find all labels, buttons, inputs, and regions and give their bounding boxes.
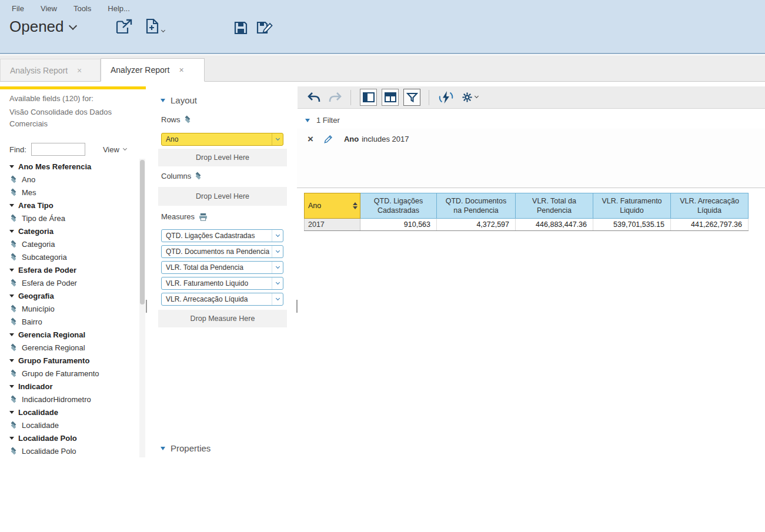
refresh-icon [438, 91, 454, 104]
measure-chip-label: QTD. Ligações Cadastradas [162, 232, 272, 240]
filter-field-name: Ano [344, 135, 359, 143]
chip-menu-button[interactable] [272, 277, 283, 289]
field-group[interactable]: Geografia [0, 289, 139, 302]
layout-title: Layout [171, 95, 197, 105]
measure-chip[interactable]: VLR. Arrecacação Líquida [161, 293, 283, 306]
field-group[interactable]: Localidade Polo [0, 431, 139, 444]
measure-chip[interactable]: QTD. Documentos na Pendencia [161, 245, 283, 258]
level-icon [11, 344, 18, 352]
collapse-icon [9, 385, 14, 388]
measures-drop-zone[interactable]: Drop Measure Here [158, 310, 287, 327]
save-button[interactable] [234, 21, 248, 35]
chip-menu-button[interactable] [272, 293, 283, 305]
tab-analyzer-report[interactable]: Analyzer Report × [101, 58, 205, 82]
remove-filter-icon[interactable]: × [308, 135, 313, 143]
measure-column-header[interactable]: QTD. Ligações Cadastradas [360, 193, 437, 219]
chip-menu-button[interactable] [272, 230, 283, 242]
pivot-table: Ano QTD. Ligações Cadastradas QTD. Docum… [304, 193, 749, 231]
chip-menu-button[interactable] [272, 133, 283, 145]
chevron-down-icon [275, 264, 279, 268]
measures-label: Measures [161, 212, 208, 221]
field-item[interactable]: Subcategoria [0, 250, 139, 263]
field-item[interactable]: Mes [0, 186, 139, 199]
field-group[interactable]: Gerencia Regional [0, 328, 139, 341]
view-dropdown[interactable]: View [103, 145, 126, 154]
field-group[interactable]: Grupo Faturamento [0, 354, 139, 367]
field-group[interactable]: Localidade [0, 406, 139, 419]
field-item[interactable]: Município [0, 302, 139, 315]
field-group[interactable]: Indicador [0, 380, 139, 393]
chip-menu-button[interactable] [272, 262, 283, 273]
open-file-button[interactable] [115, 19, 133, 35]
level-icon [11, 421, 18, 429]
field-item-label: Município [22, 305, 55, 313]
view-table-button[interactable] [360, 89, 377, 106]
measure-chip[interactable]: VLR. Total da Pendencia [161, 261, 283, 274]
chip-menu-button[interactable] [272, 246, 283, 257]
field-item[interactable]: Bairro [0, 315, 139, 328]
collapse-icon [161, 447, 165, 450]
field-item[interactable]: Ano [0, 173, 139, 186]
scrollbar-thumb[interactable] [140, 160, 145, 305]
save-as-icon [256, 20, 273, 35]
level-icon [11, 370, 18, 377]
measure-chip-label: QTD. Documentos na Pendencia [162, 247, 272, 256]
field-item[interactable]: Esfera de Poder [0, 276, 139, 289]
fields-scrollbar[interactable] [139, 159, 145, 457]
menu-tools[interactable]: Tools [74, 4, 91, 13]
collapse-icon [9, 269, 14, 272]
close-icon[interactable]: × [77, 66, 82, 75]
field-group[interactable]: Esfera de Poder [0, 263, 139, 276]
new-report-button[interactable] [145, 18, 165, 34]
field-group-label: Ano Mes Referencia [18, 162, 91, 171]
field-group[interactable]: Categoria [0, 225, 139, 237]
field-item-label: Bairro [22, 317, 42, 326]
show-filters-button[interactable] [403, 89, 420, 106]
level-icon [11, 240, 18, 248]
measure-chip[interactable]: VLR. Faturamento Liquido [161, 277, 283, 290]
column-header-ano[interactable]: Ano [305, 193, 360, 219]
measure-column-header[interactable]: QTD. Documentos na Pendencia [437, 193, 516, 219]
properties-section-header[interactable]: Properties [161, 443, 211, 453]
close-icon[interactable]: × [179, 65, 183, 75]
field-group[interactable]: Ano Mes Referencia [0, 160, 139, 173]
new-report-icon [145, 18, 159, 34]
properties-title: Properties [171, 443, 211, 453]
field-item[interactable]: Grupo de Faturamento [0, 367, 139, 380]
report-options-button[interactable] [462, 92, 478, 103]
open-file-icon [115, 19, 133, 35]
field-group[interactable]: Area Tipo [0, 199, 139, 212]
find-input[interactable] [31, 143, 85, 156]
field-item-label: Gerencia Regional [22, 343, 85, 352]
field-item[interactable]: Gerencia Regional [0, 341, 139, 354]
measure-column-header[interactable]: VLR. Total da Pendencia [516, 193, 593, 219]
measure-column-header[interactable]: VLR. Arrecacação Líquida [671, 193, 749, 219]
accent-bar [0, 86, 146, 89]
menu-file[interactable]: File [12, 4, 24, 13]
rows-drop-zone[interactable]: Drop Level Here [158, 149, 287, 166]
measure-chip[interactable]: QTD. Ligações Cadastradas [161, 229, 283, 242]
field-item[interactable]: IndicadorHidrometro [0, 393, 139, 406]
filters-summary[interactable]: 1 Filter [305, 116, 340, 125]
redo-button[interactable] [328, 92, 342, 103]
field-item[interactable]: Tipo de Área [0, 212, 139, 225]
opened-dropdown[interactable]: Opened [9, 18, 76, 36]
row-chip-ano[interactable]: Ano [161, 133, 283, 146]
tab-analysis-report[interactable]: Analysis Report × [0, 59, 101, 81]
row-header-cell[interactable]: 2017 [305, 219, 360, 231]
columns-drop-zone[interactable]: Drop Level Here [158, 187, 287, 206]
field-item[interactable]: Localidade [0, 419, 139, 431]
view-pivot-button[interactable] [382, 89, 399, 106]
save-as-button[interactable] [256, 20, 273, 35]
field-item[interactable]: Localidade Polo [0, 444, 139, 457]
menu-view[interactable]: View [41, 4, 57, 13]
value-cell: 539,701,535.15 [593, 219, 671, 231]
field-item[interactable]: Categoria [0, 237, 139, 250]
auto-refresh-button[interactable] [438, 91, 454, 104]
edit-filter-icon[interactable] [323, 134, 333, 144]
layout-section-header[interactable]: Layout [161, 95, 197, 105]
undo-button[interactable] [307, 92, 321, 103]
panel-splitter[interactable] [145, 82, 148, 460]
measure-column-header[interactable]: VLR. Faturamento Liquido [593, 193, 671, 219]
menu-help[interactable]: Help... [108, 4, 130, 13]
